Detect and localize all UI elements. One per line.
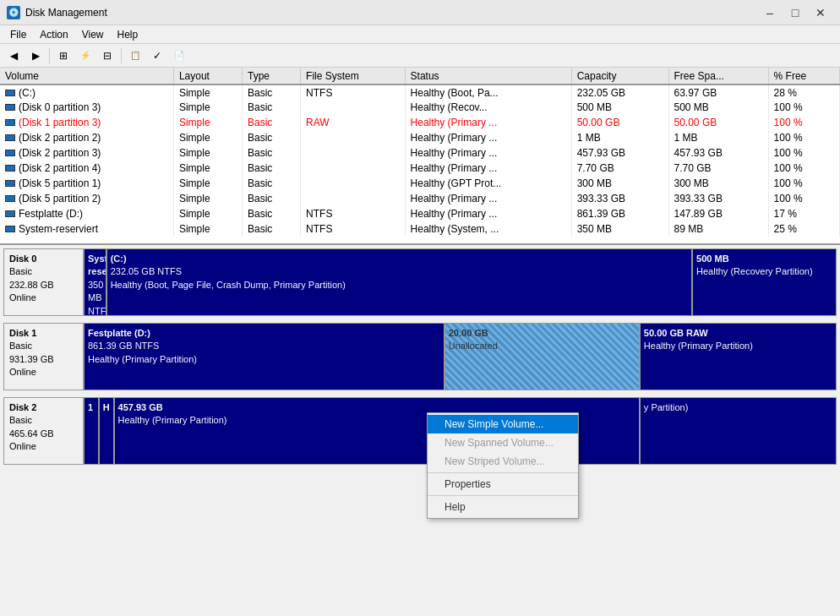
- volume-name: (Disk 1 partition 3): [19, 117, 101, 128]
- volume-name: (Disk 2 partition 4): [19, 162, 101, 174]
- context-menu-item-new-simple[interactable]: New Simple Volume...: [428, 415, 578, 433]
- disk-label: Disk 1Basic931.39 GBOnline: [3, 323, 84, 390]
- partition[interactable]: H: [100, 398, 115, 464]
- volume-icon: [5, 90, 15, 96]
- col-type[interactable]: Type: [242, 68, 300, 84]
- disk-partitions: System-reserviert350 MB NTFSHealthy (Sys…: [84, 248, 837, 316]
- menu-file[interactable]: File: [3, 27, 33, 42]
- context-menu-item-new-striped: New Striped Volume...: [428, 452, 578, 471]
- partition[interactable]: (C:)232.05 GB NTFSHealthy (Boot, Page Fi…: [107, 249, 693, 315]
- context-menu-separator: [428, 495, 578, 496]
- volume-name: (Disk 5 partition 2): [19, 193, 101, 204]
- volume-icon: [5, 180, 15, 187]
- menu-action[interactable]: Action: [33, 27, 74, 42]
- toolbar: ◀ ▶ ⊞ ⚡ ⊟ 📋 ✓ 📄: [0, 44, 840, 68]
- app-icon: [7, 6, 20, 19]
- window-controls[interactable]: – □ ✕: [757, 1, 833, 25]
- disk-row: Disk 2Basic465.64 GBOnline1H457.93 GBHea…: [3, 397, 837, 465]
- table-row[interactable]: (C:)SimpleBasicNTFSHealthy (Boot, Pa...2…: [0, 84, 840, 100]
- main-area: Volume Layout Type File System Status Ca…: [0, 68, 840, 616]
- volume-name: (Disk 5 partition 1): [19, 177, 101, 189]
- disk-row: Disk 0Basic232.88 GBOnlineSystem-reservi…: [3, 248, 837, 316]
- menu-help[interactable]: Help: [111, 27, 145, 42]
- table-row[interactable]: (Disk 2 partition 3)SimpleBasicHealthy (…: [0, 145, 840, 161]
- toolbar-btn-5[interactable]: ⊟: [97, 46, 117, 65]
- volume-name: System-reserviert: [19, 223, 98, 235]
- volume-name: Festplatte (D:): [19, 208, 83, 220]
- volume-name: (Disk 2 partition 3): [19, 147, 101, 159]
- disk-label: Disk 2Basic465.64 GBOnline: [3, 397, 84, 465]
- disk-partitions: Festplatte (D:)861.39 GB NTFSHealthy (Pr…: [84, 323, 837, 390]
- title-bar: Disk Management – □ ✕: [0, 0, 840, 25]
- toolbar-btn-8[interactable]: 📄: [169, 46, 189, 65]
- partition[interactable]: 500 MBHealthy (Recovery Partition): [693, 249, 836, 315]
- col-freespace[interactable]: Free Spa...: [668, 68, 768, 84]
- toolbar-btn-7[interactable]: ✓: [147, 46, 167, 65]
- window-title: Disk Management: [25, 7, 107, 19]
- col-capacity[interactable]: Capacity: [571, 68, 668, 84]
- table-row[interactable]: Festplatte (D:)SimpleBasicNTFSHealthy (P…: [0, 206, 840, 221]
- title-bar-left: Disk Management: [7, 6, 107, 19]
- volume-name: (Disk 0 partition 3): [19, 101, 101, 113]
- toolbar-sep-1: [49, 48, 50, 63]
- col-filesystem[interactable]: File System: [301, 68, 406, 84]
- volume-icon: [5, 226, 15, 232]
- context-menu-item-properties[interactable]: Properties: [428, 475, 578, 493]
- menu-bar: File Action View Help: [0, 25, 840, 44]
- volume-icon: [5, 150, 15, 156]
- back-button[interactable]: ◀: [3, 46, 24, 65]
- toolbar-sep-2: [121, 48, 122, 63]
- table-row[interactable]: (Disk 2 partition 2)SimpleBasicHealthy (…: [0, 130, 840, 145]
- forward-button[interactable]: ▶: [25, 46, 46, 65]
- volume-name: (Disk 2 partition 2): [19, 132, 101, 144]
- volume-name: (C:): [19, 87, 35, 99]
- maximize-button[interactable]: □: [783, 1, 808, 25]
- toolbar-btn-6[interactable]: 📋: [125, 46, 145, 65]
- disk-row: Disk 1Basic931.39 GBOnlineFestplatte (D:…: [3, 323, 837, 390]
- col-pctfree[interactable]: % Free: [768, 68, 839, 84]
- partition[interactable]: Festplatte (D:)861.39 GB NTFSHealthy (Pr…: [85, 324, 445, 390]
- context-menu: New Simple Volume...New Spanned Volume..…: [427, 412, 579, 519]
- toolbar-btn-4[interactable]: ⚡: [75, 46, 95, 65]
- partition[interactable]: 50.00 GB RAWHealthy (Primary Partition): [641, 324, 836, 390]
- menu-view[interactable]: View: [75, 27, 111, 42]
- volume-icon: [5, 210, 15, 217]
- volume-table-section: Volume Layout Type File System Status Ca…: [0, 68, 840, 245]
- partition[interactable]: System-reserviert350 MB NTFSHealthy (Sys…: [85, 249, 107, 315]
- partition[interactable]: y Partition): [641, 398, 836, 464]
- col-status[interactable]: Status: [405, 68, 571, 84]
- col-layout[interactable]: Layout: [173, 68, 242, 84]
- table-row[interactable]: (Disk 2 partition 4)SimpleBasicHealthy (…: [0, 161, 840, 176]
- close-button[interactable]: ✕: [808, 1, 833, 25]
- col-volume[interactable]: Volume: [0, 68, 173, 84]
- volume-icon: [5, 104, 15, 111]
- table-row[interactable]: System-reserviertSimpleBasicNTFSHealthy …: [0, 221, 840, 237]
- partition[interactable]: 20.00 GBUnallocated: [445, 324, 641, 390]
- table-row[interactable]: (Disk 5 partition 2)SimpleBasicHealthy (…: [0, 191, 840, 206]
- volume-icon: [5, 195, 15, 202]
- volume-icon: [5, 165, 15, 172]
- volume-icon: [5, 119, 15, 126]
- volume-icon: [5, 134, 15, 141]
- table-row[interactable]: (Disk 1 partition 3)SimpleBasicRAWHealth…: [0, 115, 840, 130]
- table-row[interactable]: (Disk 5 partition 1)SimpleBasicHealthy (…: [0, 176, 840, 191]
- partition[interactable]: 1: [85, 398, 100, 464]
- minimize-button[interactable]: –: [757, 1, 783, 25]
- disk-visual-section: Disk 0Basic232.88 GBOnlineSystem-reservi…: [0, 245, 840, 616]
- context-menu-item-help[interactable]: Help: [428, 498, 578, 516]
- context-menu-separator: [428, 472, 578, 473]
- disk-label: Disk 0Basic232.88 GBOnline: [3, 248, 84, 316]
- volume-table: Volume Layout Type File System Status Ca…: [0, 68, 840, 237]
- context-menu-item-new-spanned: New Spanned Volume...: [428, 433, 578, 452]
- table-row[interactable]: (Disk 0 partition 3)SimpleBasicHealthy (…: [0, 100, 840, 115]
- toolbar-btn-3[interactable]: ⊞: [53, 46, 74, 65]
